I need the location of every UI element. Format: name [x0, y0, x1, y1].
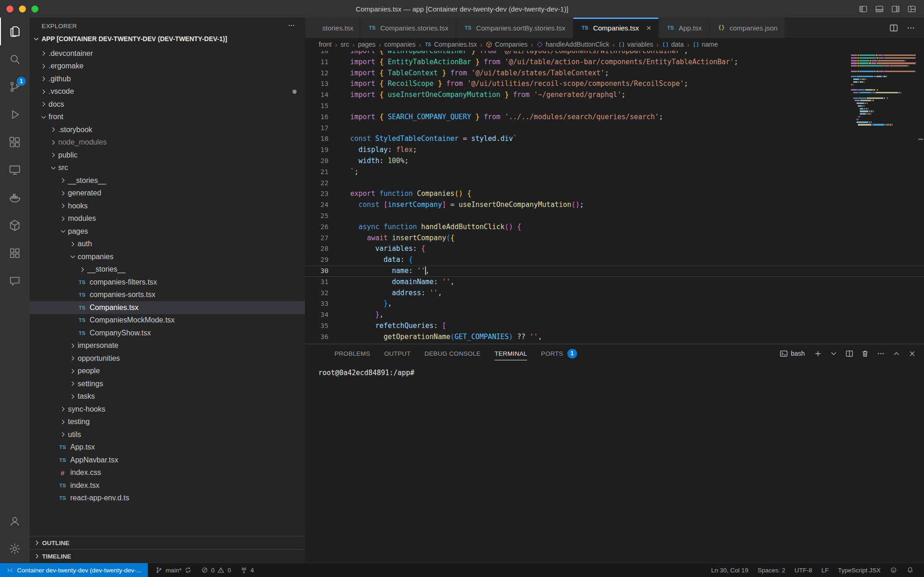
- tree-item-settings[interactable]: settings: [30, 377, 305, 390]
- problems-status[interactable]: 00: [196, 563, 236, 577]
- tree-item-people[interactable]: people: [30, 365, 305, 378]
- tree-item-.devcontainer[interactable]: .devcontainer: [30, 47, 305, 60]
- language-mode-status[interactable]: TypeScript JSX: [833, 567, 885, 574]
- activity-explorer[interactable]: [0, 18, 30, 45]
- activity-extensions[interactable]: [0, 128, 30, 156]
- panel-tab-terminal[interactable]: TERMINAL: [494, 344, 527, 363]
- close-window-button[interactable]: [6, 6, 13, 12]
- tree-item-.ergomake[interactable]: .ergomake: [30, 60, 305, 73]
- plus-icon[interactable]: [814, 349, 822, 358]
- overview-ruler[interactable]: [917, 51, 924, 344]
- panel-tab-debug-console[interactable]: DEBUG CONSOLE: [425, 344, 481, 363]
- more-icon[interactable]: [876, 349, 885, 358]
- activity-dev-containers[interactable]: [0, 212, 30, 239]
- tree-item-companies-filters.tsx[interactable]: TScompanies-filters.tsx: [30, 276, 305, 289]
- chevron-up-icon[interactable]: [892, 349, 901, 358]
- remote-indicator[interactable]: Container dev-twenty-dev (dev-twenty-dev…: [0, 563, 148, 577]
- code-line-11[interactable]: 11import { EntityTableActionBar } from '…: [305, 57, 924, 68]
- tab-stories.tsx[interactable]: TSstories.tsx: [305, 18, 360, 38]
- tree-item-react-app-env.d.ts[interactable]: TSreact-app-env.d.ts: [30, 492, 305, 505]
- tree-item--stories-[interactable]: __stories__: [30, 174, 305, 187]
- breadcrumb-front[interactable]: front: [319, 41, 332, 48]
- ports-status[interactable]: 4: [236, 563, 259, 577]
- split-editor-icon[interactable]: [889, 23, 899, 33]
- layout-sidebar-right-icon[interactable]: [891, 4, 900, 14]
- bell-status[interactable]: [902, 566, 918, 574]
- breadcrumb-companies[interactable]: companies: [384, 41, 416, 48]
- more-icon[interactable]: [906, 23, 916, 33]
- code-line-24[interactable]: 24 const [insertCompany] = useInsertOneC…: [305, 200, 924, 211]
- indentation-status[interactable]: Spaces: 2: [753, 567, 790, 574]
- tree-item-.github[interactable]: .github: [30, 73, 305, 85]
- breadcrumb-handleaddbuttonclick[interactable]: handleAddButtonClick: [536, 41, 609, 48]
- code-line-22[interactable]: 22: [305, 178, 924, 189]
- breadcrumb-data[interactable]: data: [662, 41, 684, 48]
- tree-item-sync-hooks[interactable]: sync-hooks: [30, 403, 305, 416]
- explorer-section-header[interactable]: APP [CONTAINER DEV-TWENTY-DEV (DEV-TWENT…: [30, 32, 305, 45]
- code-line-33[interactable]: 33 },: [305, 298, 924, 310]
- timeline-section[interactable]: TIMELINE: [30, 549, 305, 563]
- tab-app.tsx[interactable]: TSApp.tsx: [659, 18, 710, 38]
- panel-tab-ports[interactable]: PORTS1: [541, 344, 577, 363]
- tree-item-companies.tsx[interactable]: TSCompanies.tsx: [30, 301, 305, 314]
- code-line-32[interactable]: 32 address: '',: [305, 288, 924, 299]
- activity-comments[interactable]: [0, 267, 30, 295]
- tree-item-src[interactable]: src: [30, 162, 305, 175]
- layout-sidebar-icon[interactable]: [858, 4, 868, 14]
- activity-source-control[interactable]: 1: [0, 73, 30, 101]
- terminal-output[interactable]: root@0a42ecd84891:/app#: [305, 363, 924, 377]
- code-line-10[interactable]: 10import { WithTopBarContainer } from '@…: [305, 51, 924, 57]
- tree-item-companiesmockmode.tsx[interactable]: TSCompaniesMockMode.tsx: [30, 314, 305, 327]
- tab-companies.sortby.stories.tsx[interactable]: TSCompanies.sortBy.stories.tsx: [456, 18, 573, 38]
- feedback-status[interactable]: [885, 566, 902, 574]
- code-editor[interactable]: 10import { WithTopBarContainer } from '@…: [305, 51, 924, 344]
- activity-run-debug[interactable]: [0, 101, 30, 128]
- breadcrumb-name[interactable]: name: [693, 41, 718, 48]
- tree-item-tasks[interactable]: tasks: [30, 390, 305, 403]
- breadcrumb-src[interactable]: src: [340, 41, 349, 48]
- activity-docker[interactable]: [0, 184, 30, 212]
- code-line-25[interactable]: 25: [305, 211, 924, 222]
- code-line-26[interactable]: 26 async function handleAddButtonClick()…: [305, 222, 924, 233]
- minimize-window-button[interactable]: [19, 6, 26, 12]
- activity-settings[interactable]: [0, 535, 30, 563]
- zoom-window-button[interactable]: [31, 6, 38, 12]
- tree-item--stories-[interactable]: __stories__: [30, 263, 305, 276]
- tree-item-companies-sorts.tsx[interactable]: TScompanies-sorts.tsx: [30, 289, 305, 302]
- tree-item-app.tsx[interactable]: TSApp.tsx: [30, 441, 305, 454]
- tree-item-.vscode[interactable]: .vscode: [30, 85, 305, 98]
- close-icon[interactable]: [908, 349, 917, 358]
- code-line-35[interactable]: 35 refetchQueries: [: [305, 321, 924, 332]
- code-line-20[interactable]: 20 width: 100%;: [305, 156, 924, 167]
- code-line-31[interactable]: 31 domainName: '',: [305, 277, 924, 288]
- code-line-29[interactable]: 29 data: {: [305, 255, 924, 266]
- cursor-position-status[interactable]: Ln 30, Col 19: [706, 567, 753, 574]
- tree-item-front[interactable]: front: [30, 111, 305, 124]
- code-line-17[interactable]: 17: [305, 123, 924, 134]
- tab-companies.tsx[interactable]: TSCompanies.tsx: [573, 18, 659, 38]
- tab-companies.json[interactable]: {}companies.json: [710, 18, 785, 38]
- code-line-15[interactable]: 15: [305, 101, 924, 112]
- tree-item-companyshow.tsx[interactable]: TSCompanyShow.tsx: [30, 327, 305, 340]
- tree-item-hooks[interactable]: hooks: [30, 200, 305, 213]
- breadcrumb-companies.tsx[interactable]: TSCompanies.tsx: [425, 41, 477, 48]
- eol-status[interactable]: LF: [817, 567, 833, 574]
- close-tab-icon[interactable]: [644, 23, 654, 32]
- layout-panel-icon[interactable]: [875, 4, 884, 14]
- breadcrumb-variables[interactable]: variables: [618, 41, 653, 48]
- tree-item-docs[interactable]: docs: [30, 98, 305, 111]
- tree-item-modules[interactable]: modules: [30, 213, 305, 225]
- code-line-12[interactable]: 12import { TableContext } from '@/ui/tab…: [305, 68, 924, 79]
- code-line-18[interactable]: 18const StyledTableContainer = styled.di…: [305, 134, 924, 145]
- trash-icon[interactable]: [861, 349, 869, 358]
- tree-item-opportunities[interactable]: opportunities: [30, 352, 305, 365]
- split-editor-icon[interactable]: [845, 349, 854, 358]
- code-line-34[interactable]: 34 },: [305, 310, 924, 321]
- breadcrumb-companies[interactable]: Companies: [486, 41, 528, 48]
- code-line-36[interactable]: 36 getOperationName(GET_COMPANIES) ?? ''…: [305, 332, 924, 343]
- tree-item-index.tsx[interactable]: TSindex.tsx: [30, 479, 305, 492]
- code-line-27[interactable]: 27 await insertCompany({: [305, 233, 924, 244]
- tree-item-index.css[interactable]: #index.css: [30, 467, 305, 480]
- tab-companies.stories.tsx[interactable]: TSCompanies.stories.tsx: [360, 18, 456, 38]
- code-line-19[interactable]: 19 display: flex;: [305, 145, 924, 156]
